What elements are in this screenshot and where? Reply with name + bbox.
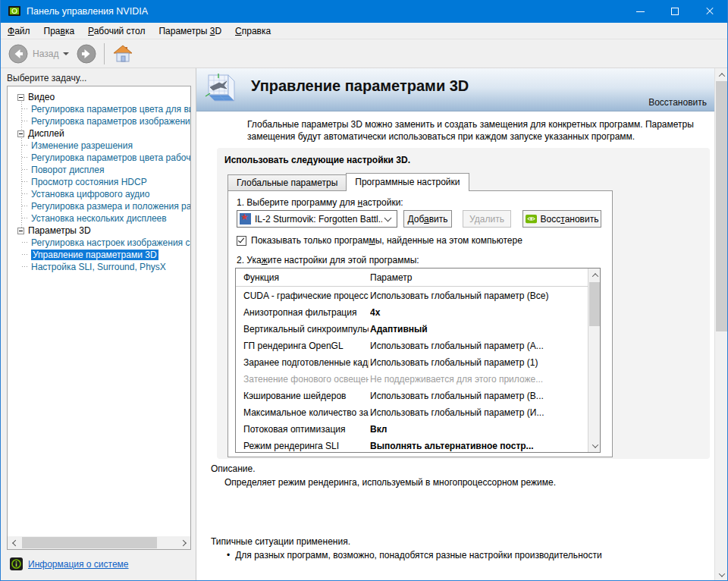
program-select[interactable]: IL-2 Sturmovik: Forgotten Battl... [237,210,397,228]
restore-defaults-link[interactable]: Восстановить [648,97,707,108]
menu-help[interactable]: Справка [228,23,278,39]
menubar: Файл Правка Рабочий стол Параметры 3D Сп… [1,23,727,39]
table-row[interactable]: Затенение фонового освещенияНе поддержив… [236,371,587,388]
system-info-row: Информация о системе [10,557,128,570]
table-body: CUDA - графические процессорыИспользоват… [236,287,587,452]
table-row[interactable]: Режим рендеринга SLIВыполнять альтернати… [236,438,587,454]
table-row[interactable]: Кэширование шейдеровИспользовать глобаль… [236,388,587,404]
remove-button[interactable]: Удалить [463,210,511,228]
close-button[interactable] [692,0,727,23]
menu-3d-settings[interactable]: Параметры 3D [152,23,228,39]
tree-item-change-resolution[interactable]: Изменение разрешения [8,140,190,152]
usage-bullet: Для разных программ, возможно, понадобят… [227,550,697,561]
minimize-button[interactable] [623,0,657,23]
manage-3d-settings-icon [204,72,239,107]
toolbar-separator [104,43,105,64]
system-info-icon [10,557,23,570]
show-only-installed-checkbox[interactable] [237,236,246,246]
navigation-toolbar: Назад [1,39,727,68]
page-header: Управление параметрами 3D Восстановить [196,68,714,111]
titlebar: Панель управления NVIDIA [1,0,727,23]
chevron-down-icon [384,214,392,221]
tree-category-video[interactable]: Видео [8,91,190,103]
tree-item-hdcp-status[interactable]: Просмотр состояния HDCP [8,176,190,188]
restore-button[interactable]: Восстановить [522,210,601,228]
column-header-parameter: Параметр [370,269,598,287]
table-scrollbar[interactable] [588,269,600,452]
system-info-link[interactable]: Информация о системе [28,559,128,570]
tree-expander-icon[interactable] [17,94,24,101]
scrollbar-thumb[interactable] [22,537,157,548]
scroll-right-icon[interactable] [177,536,190,549]
tree-item-sli-surround-physx[interactable]: Настройка SLI, Surround, PhysX [8,261,190,273]
main-panel: Управление параметрами 3D Восстановить Г… [196,68,714,581]
tree-item-video-color[interactable]: Регулировка параметров цвета для видео [8,103,190,115]
main-vertical-scrollbar[interactable] [714,68,727,581]
column-header-function: Функция [243,269,369,287]
scroll-down-icon[interactable] [715,568,728,581]
window-controls [623,0,727,23]
tree-item-rotate-display[interactable]: Поворот дисплея [8,164,190,176]
forward-button[interactable] [77,44,96,64]
table-row[interactable]: Анизотропная фильтрация4x [236,304,587,321]
tree-item-desktop-color[interactable]: Регулировка параметров цвета рабочего ст… [8,152,190,164]
settings-group: Использовать следующие настройки 3D. Гло… [217,148,710,459]
tab-program-settings[interactable]: Программные настройки [346,173,469,191]
nvidia-control-panel-window: Панель управления NVIDIA Файл Правка Раб… [0,0,728,581]
description-text: Определяет режим рендеринга, используемы… [224,477,695,488]
program-select-value: IL-2 Sturmovik: Forgotten Battl... [255,214,382,225]
maximize-button[interactable] [657,0,692,23]
scrollbar-thumb[interactable] [589,282,600,326]
scroll-left-icon[interactable] [8,536,20,549]
tree-item-digital-audio[interactable]: Установка цифрового аудио [8,188,190,200]
tree-item-video-image[interactable]: Регулировка параметров изображения для в… [8,115,190,127]
tree-expander-icon[interactable] [17,130,24,137]
menu-file[interactable]: Файл [1,23,37,39]
program-settings-pane: 1. Выберите программу для настройки: IL-… [228,190,613,457]
table-row[interactable]: CUDA - графические процессорыИспользоват… [236,287,587,304]
back-label: Назад [33,49,58,59]
menu-desktop[interactable]: Рабочий стол [81,23,152,39]
section-title: Использовать следующие настройки 3D. [224,155,410,165]
table-row[interactable]: Максимальное количество заранее под...Ис… [236,404,587,421]
tree-category-3d-settings[interactable]: Параметры 3D [8,225,190,237]
show-only-installed-row: Показывать только программы, найденные н… [237,235,522,246]
tree-item-multiple-displays[interactable]: Установка нескольких дисплеев [8,212,190,225]
tree-horizontal-scrollbar[interactable] [8,536,190,549]
table-row[interactable]: Потоковая оптимизацияВкл [236,421,587,438]
il2-game-icon [240,213,251,225]
task-sidebar: Выберите задачу... Видео Регулировка пар… [1,68,196,581]
tree-item-desktop-size-position[interactable]: Регулировка размера и положения рабочего… [8,200,190,212]
back-dropdown-caret-icon[interactable] [63,52,69,55]
table-row[interactable]: ГП рендеринга OpenGLИспользовать глобаль… [236,338,587,354]
scrollbar-thumb[interactable] [716,81,727,331]
task-tree: Видео Регулировка параметров цвета для в… [7,86,191,550]
scroll-up-icon[interactable] [715,68,728,81]
tree-expander-icon[interactable] [17,228,24,234]
intro-text: Глобальные параметры 3D можно заменить и… [247,118,707,143]
settings-tabs: Глобальные параметры Программные настрой… [228,173,469,191]
back-button[interactable] [8,44,28,64]
home-button[interactable] [112,43,133,64]
tab-global-settings[interactable]: Глобальные параметры [228,174,347,191]
usage-heading: Типичные ситуации применения. [211,536,350,547]
settings-table: Функция Параметр CUDA - графические проц… [235,268,601,453]
add-button[interactable]: Добавить [403,210,452,228]
specify-settings-label: 2. Укажите настройки для этой программы: [237,255,419,265]
select-program-label: 1. Выберите программу для настройки: [237,197,403,208]
tree-item-image-settings-preview[interactable]: Регулировка настроек изображения с просм… [8,237,190,249]
nvidia-eye-icon [526,213,537,225]
menu-edit[interactable]: Правка [37,23,82,39]
window-title: Панель управления NVIDIA [27,6,148,17]
scroll-down-icon[interactable] [588,439,601,452]
close-icon [705,7,714,16]
table-row[interactable]: Заранее подготовленные кадры вирту...Исп… [236,354,587,371]
tree-category-display[interactable]: Дисплей [8,127,190,140]
table-row[interactable]: Вертикальный синхроимпульсАдаптивный [236,321,587,338]
show-only-installed-label: Показывать только программы, найденные н… [251,235,522,246]
home-icon [112,43,133,64]
nvidia-app-icon [8,5,20,17]
scroll-up-icon[interactable] [588,269,601,281]
page-title: Управление параметрами 3D [251,77,469,95]
tree-item-manage-3d-settings[interactable]: Управление параметрами 3D [8,249,190,261]
